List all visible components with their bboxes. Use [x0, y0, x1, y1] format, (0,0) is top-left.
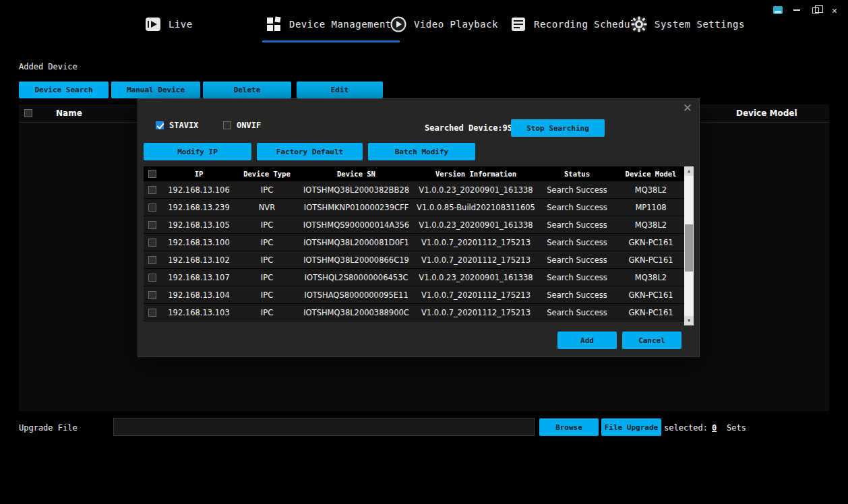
column-device-sn: Device SN: [297, 170, 415, 178]
tab-system-settings[interactable]: System Settings: [630, 12, 745, 36]
select-all-checkbox[interactable]: [24, 109, 32, 117]
video-playback-icon: [390, 15, 407, 33]
stavix-label: STAVIX: [169, 121, 198, 130]
device-row[interactable]: 192.168.13.104IPCIOTSHAQS8000000095E11V1…: [144, 286, 684, 304]
device-search-dialog: ✕ STAVIX ONVIF Searched Device:9Sets Sto…: [138, 99, 699, 356]
device-row[interactable]: 192.168.13.239NVRIOTSHMKNP010000239CFFV1…: [144, 199, 684, 216]
stavix-checkbox[interactable]: [156, 121, 164, 129]
add-button[interactable]: Add: [557, 332, 617, 349]
protocol-onvif[interactable]: ONVIF: [223, 121, 261, 130]
tab-label: Recording Schedule: [534, 19, 642, 30]
search-results-body: 192.168.13.106IPCIOTSHMQ38L2000382BB28V1…: [144, 181, 684, 321]
device-management-icon: [265, 15, 282, 33]
manual-device-button[interactable]: Manual Device: [111, 82, 200, 98]
system-settings-icon: [630, 15, 648, 33]
row-checkbox[interactable]: [148, 186, 156, 194]
cell-model: MQ38L2: [617, 185, 684, 195]
nav-bar: Live Device Management Video Playback Re…: [0, 0, 848, 47]
tab-recording-schedule[interactable]: Recording Schedule: [510, 12, 642, 36]
cell-status: Search Success: [537, 273, 617, 282]
device-row[interactable]: 192.168.13.106IPCIOTSHMQ38L2000382BB28V1…: [144, 181, 684, 199]
cell-model: GKN-PC161: [617, 238, 684, 247]
added-device-label: Added Device: [19, 62, 78, 71]
cell-ip: 192.168.13.107: [161, 273, 237, 282]
cell-model: GKN-PC161: [617, 255, 684, 265]
cell-version: V1.0.0.7_20201112_175213: [415, 290, 537, 300]
cell-version: V1.0.0.85-Build202108311605: [415, 203, 537, 212]
cell-status: Search Success: [537, 290, 617, 300]
cell-model: MQ38L2: [617, 273, 684, 282]
edit-button[interactable]: Edit: [297, 82, 383, 98]
device-search-button[interactable]: Device Search: [19, 82, 109, 98]
cell-status: Search Success: [537, 203, 617, 212]
column-version-information: Version Information: [415, 170, 537, 178]
cell-ip: 192.168.13.100: [161, 238, 237, 247]
cell-ip: 192.168.13.103: [161, 308, 237, 317]
tab-video-playback[interactable]: Video Playback: [390, 12, 498, 36]
row-checkbox-cell: [144, 221, 161, 229]
row-checkbox-cell: [144, 186, 161, 194]
row-checkbox[interactable]: [148, 239, 156, 247]
cell-sn: IOTSHMQ38L20000866C19: [297, 255, 415, 265]
search-results-table: IP Device Type Device SN Version Informa…: [144, 166, 684, 321]
device-row[interactable]: 192.168.13.103IPCIOTSHMQ38L2000388900CV1…: [144, 304, 684, 321]
device-row[interactable]: 192.168.13.105IPCIOTSHMQS900000014A356V1…: [144, 216, 684, 234]
row-checkbox-cell: [144, 309, 161, 317]
row-checkbox-cell: [144, 274, 161, 282]
row-checkbox-cell: [144, 239, 161, 247]
row-checkbox[interactable]: [148, 309, 156, 317]
tab-label: System Settings: [655, 19, 745, 30]
row-checkbox[interactable]: [148, 256, 156, 264]
cell-ip: 192.168.13.239: [161, 203, 237, 212]
upgrade-file-input[interactable]: [113, 418, 535, 436]
cell-version: V1.0.0.23_20200901_161338: [415, 273, 537, 282]
row-checkbox-cell: [144, 203, 161, 212]
cell-model: GKN-PC161: [617, 308, 684, 317]
results-scrollbar[interactable]: ▲ ▼: [684, 166, 694, 325]
tab-live[interactable]: Live: [144, 12, 193, 36]
cell-model: MQ38L2: [617, 220, 684, 230]
cell-sn: IOTSHMQ38L2000382BB28: [297, 185, 415, 195]
file-upgrade-button[interactable]: File Upgrade: [601, 418, 661, 436]
device-row[interactable]: 192.168.13.107IPCIOTSHQL2S80000006453CV1…: [144, 269, 684, 286]
device-row[interactable]: 192.168.13.100IPCIOTSHMQ38L2000081D0F1V1…: [144, 234, 684, 251]
column-name: Name: [56, 108, 82, 118]
protocol-stavix[interactable]: STAVIX: [156, 121, 198, 130]
cell-status: Search Success: [537, 185, 617, 195]
column-device-model: Device Model: [736, 108, 797, 118]
scrollbar-thumb[interactable]: [685, 224, 693, 272]
cell-version: V1.0.0.7_20201112_175213: [415, 308, 537, 317]
dialog-close-icon[interactable]: ✕: [683, 101, 692, 115]
cell-type: IPC: [237, 220, 297, 230]
device-row[interactable]: 192.168.13.102IPCIOTSHMQ38L20000866C19V1…: [144, 251, 684, 269]
cell-status: Search Success: [537, 308, 617, 317]
cell-status: Search Success: [537, 238, 617, 247]
row-checkbox[interactable]: [148, 203, 156, 212]
row-checkbox[interactable]: [148, 291, 156, 299]
tab-label: Live: [169, 19, 193, 30]
cell-sn: IOTSHAQS8000000095E11: [297, 290, 415, 300]
cell-model: MP1108: [617, 203, 684, 212]
browse-button[interactable]: Browse: [539, 418, 599, 436]
modify-ip-button[interactable]: Modify IP: [144, 143, 251, 160]
batch-modify-button[interactable]: Batch Modify: [368, 143, 475, 160]
cell-sn: IOTSHMKNP010000239CFF: [297, 203, 415, 212]
live-icon: [144, 15, 162, 33]
cell-sn: IOTSHMQ38L2000388900C: [297, 308, 415, 317]
factory-default-button[interactable]: Factory Default: [257, 143, 363, 160]
column-status: Status: [537, 170, 617, 178]
onvif-checkbox[interactable]: [223, 121, 231, 129]
tab-device-management[interactable]: Device Management: [265, 12, 392, 36]
cell-type: IPC: [237, 255, 297, 265]
scroll-down-icon[interactable]: ▼: [684, 316, 694, 325]
scroll-up-icon[interactable]: ▲: [684, 166, 694, 176]
cell-status: Search Success: [537, 255, 617, 265]
stop-searching-button[interactable]: Stop Searching: [511, 119, 605, 137]
delete-button[interactable]: Delete: [203, 82, 291, 98]
cancel-button[interactable]: Cancel: [622, 332, 682, 349]
cell-ip: 192.168.13.105: [161, 220, 237, 230]
row-checkbox[interactable]: [148, 274, 156, 282]
row-checkbox[interactable]: [148, 221, 156, 229]
selected-label: selected:: [664, 423, 708, 433]
select-all-results-checkbox[interactable]: [148, 170, 156, 178]
